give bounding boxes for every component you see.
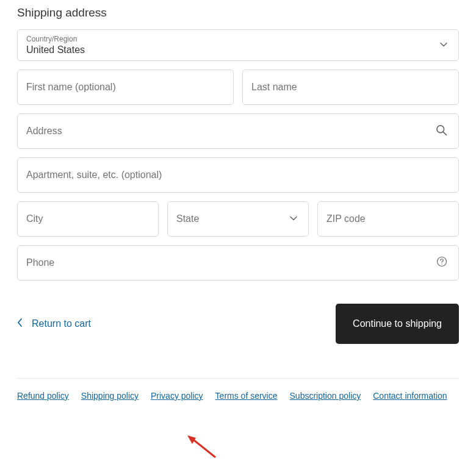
shipping-policy-link[interactable]: Shipping policy (81, 391, 139, 401)
refund-policy-link[interactable]: Refund policy (17, 391, 69, 401)
last-name-placeholder: Last name (251, 82, 297, 92)
search-icon (435, 124, 447, 138)
section-heading: Shipping address (17, 6, 459, 20)
city-placeholder: City (26, 213, 43, 224)
contact-information-link[interactable]: Contact information (373, 391, 447, 401)
state-placeholder: State (176, 213, 199, 224)
country-label: Country/Region (26, 35, 450, 43)
last-name-input[interactable]: Last name (242, 70, 459, 105)
subscription-policy-link[interactable]: Subscription policy (290, 391, 361, 401)
country-select[interactable]: Country/Region United States (17, 29, 459, 61)
svg-line-1 (443, 132, 446, 135)
state-select[interactable]: State (167, 201, 309, 237)
footer-divider (17, 378, 459, 379)
zip-input[interactable]: ZIP code (317, 201, 459, 237)
first-name-input[interactable]: First name (optional) (17, 70, 234, 105)
first-name-placeholder: First name (optional) (26, 82, 116, 92)
address-input[interactable]: Address (17, 113, 459, 149)
footer-links: Refund policy Shipping policy Privacy po… (17, 391, 459, 401)
terms-of-service-link[interactable]: Terms of service (215, 391, 278, 401)
country-value: United States (26, 45, 85, 55)
chevron-left-icon (17, 318, 23, 329)
privacy-policy-link[interactable]: Privacy policy (151, 391, 203, 401)
chevron-down-icon (290, 213, 297, 224)
help-icon[interactable] (436, 256, 447, 270)
return-to-cart-link[interactable]: Return to cart (17, 318, 91, 329)
phone-input[interactable]: Phone (17, 245, 459, 281)
apartment-input[interactable]: Apartment, suite, etc. (optional) (17, 157, 459, 193)
address-placeholder: Address (26, 126, 62, 136)
apartment-placeholder: Apartment, suite, etc. (optional) (26, 170, 162, 180)
svg-point-3 (441, 263, 442, 264)
zip-placeholder: ZIP code (326, 213, 366, 224)
return-label: Return to cart (32, 318, 91, 329)
city-input[interactable]: City (17, 201, 159, 237)
phone-placeholder: Phone (26, 257, 54, 268)
continue-to-shipping-button[interactable]: Continue to shipping (336, 304, 459, 344)
